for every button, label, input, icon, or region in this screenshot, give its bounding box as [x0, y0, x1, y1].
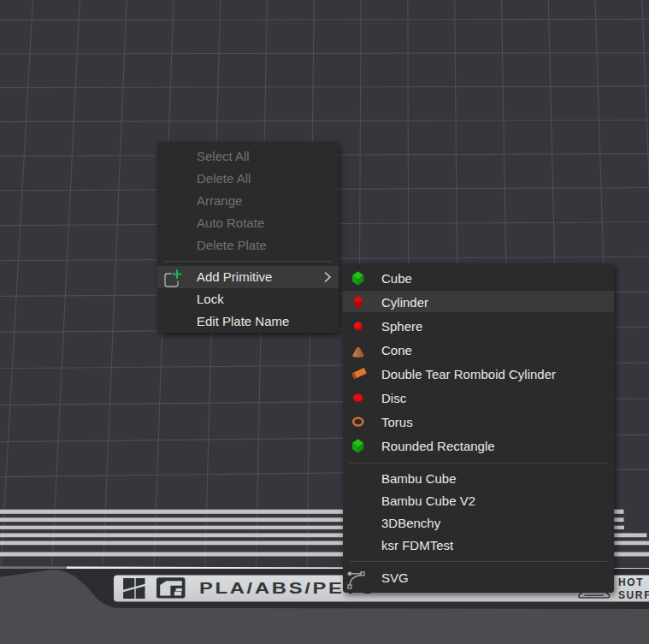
svg-text:HOT: HOT — [618, 576, 644, 588]
svg-text:SURF: SURF — [618, 589, 649, 601]
